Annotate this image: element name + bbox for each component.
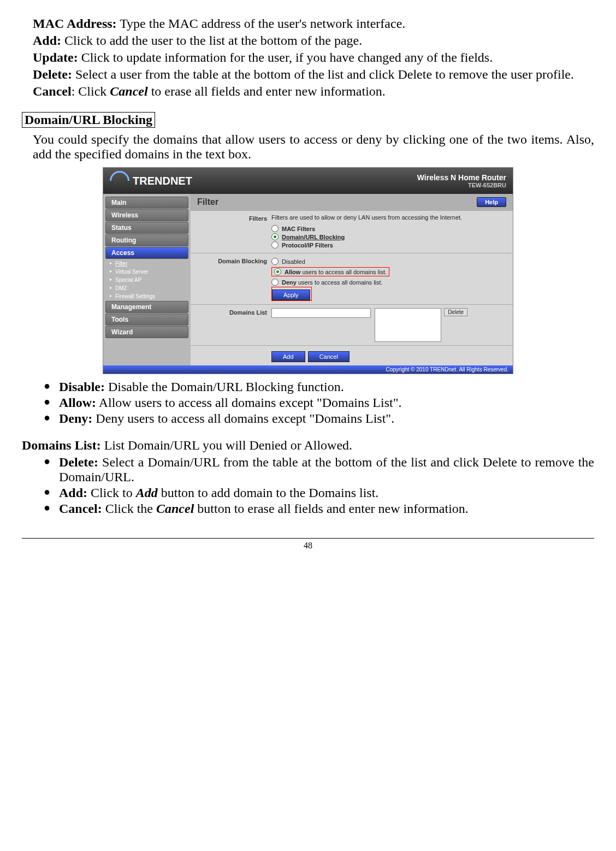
label: Update: (33, 50, 78, 64)
main-panel: Filter Help Filters Filters are used to … (191, 194, 513, 365)
product-title: Wireless N Home Router (417, 173, 506, 182)
sidebar-item-status[interactable]: Status (105, 222, 188, 234)
bullet-delete: Delete: Select a Domain/URL from the tab… (44, 455, 594, 484)
sidebar-item-wireless[interactable]: Wireless (105, 209, 188, 221)
text: Click to update information for the user… (78, 50, 493, 64)
radio-mac-filters[interactable]: MAC Filters (271, 225, 513, 232)
bullet-cancel: Cancel: Click the Cancel button to erase… (44, 501, 594, 516)
sidebar-item-tools[interactable]: Tools (105, 314, 188, 326)
filters-label: Filters (191, 214, 271, 250)
brand-logo: TRENDNET (110, 171, 192, 191)
bullet-disable: Disable: Disable the Domain/URL Blocking… (44, 380, 594, 394)
domain-input[interactable] (271, 308, 371, 318)
action: Cancel (110, 84, 147, 98)
brand-text: TRENDNET (133, 175, 192, 187)
sidebar-sub-virtual[interactable]: Virtual Server (105, 268, 188, 276)
text: Select a user from the table at the bott… (72, 67, 574, 81)
model: TEW-652BRU (417, 182, 506, 188)
domains-list-heading: Domains List: List Domain/URL you will D… (22, 438, 594, 453)
radio-deny[interactable]: Deny users to access all domains list. (271, 279, 513, 286)
def-mac: MAC Address: Type the MAC address of the… (33, 16, 594, 31)
delete-button[interactable]: Delete (444, 308, 467, 316)
ss-header: TRENDNET Wireless N Home Router TEW-652B… (103, 168, 513, 194)
radio-disabled[interactable]: Disabled (271, 258, 513, 265)
sidebar-item-main[interactable]: Main (105, 197, 188, 209)
filters-desc: Filters are used to allow or deny LAN us… (271, 214, 513, 221)
cancel-button[interactable]: Cancel (308, 351, 350, 362)
domains-listbox[interactable] (375, 308, 441, 342)
bullets-1: Disable: Disable the Domain/URL Blocking… (44, 380, 594, 426)
router-screenshot: TRENDNET Wireless N Home Router TEW-652B… (103, 167, 513, 374)
text: Type the MAC address of the user's netwo… (117, 16, 406, 31)
tail: to erase all fields and enter new inform… (148, 84, 386, 98)
sidebar-item-access[interactable]: Access (105, 247, 188, 259)
radio-icon (271, 233, 279, 240)
radio-domain-blocking[interactable]: Domain/URL Blocking (271, 233, 513, 240)
radio-icon (271, 241, 279, 249)
def-add: Add: Click to add the user to the list a… (33, 33, 594, 48)
section-intro: You could specify the domains that allow… (33, 132, 594, 162)
ss-footer: Copyright © 2010 TRENDnet. All Rights Re… (103, 365, 513, 374)
label: MAC Address: (33, 16, 117, 31)
page-number: 48 (22, 538, 594, 551)
domains-list-label: Domains List (191, 308, 271, 342)
sidebar-sub-firewall[interactable]: Firewall Settings (105, 292, 188, 300)
bullets-2: Delete: Select a Domain/URL from the tab… (44, 455, 594, 516)
domains-list-section: Domains List Delete (191, 304, 513, 345)
bullet-deny: Deny: Deny users to access all domains e… (44, 411, 594, 426)
label: Add: (33, 33, 61, 48)
sidebar: Main Wireless Status Routing Access Filt… (103, 194, 191, 365)
radio-protocol-filters[interactable]: Protocol/IP Filters (271, 241, 513, 249)
def-cancel: Cancel: Click Cancel to erase all fields… (33, 84, 594, 99)
sidebar-item-routing[interactable]: Routing (105, 234, 188, 246)
sidebar-item-wizard[interactable]: Wizard (105, 326, 188, 338)
bullet-allow: Allow: Allow users to access all domains… (44, 395, 594, 410)
colon: : Click (72, 84, 110, 98)
def-update: Update: Click to update information for … (33, 50, 594, 65)
bullet-add: Add: Click to Add button to add domain t… (44, 486, 594, 500)
apply-button[interactable]: Apply (272, 289, 310, 300)
help-button[interactable]: Help (477, 197, 506, 207)
sidebar-sub-filter[interactable]: Filter (105, 259, 188, 268)
def-delete: Delete: Select a user from the table at … (33, 67, 594, 82)
radio-icon (271, 279, 279, 286)
label: Cancel (33, 84, 72, 98)
product-title-block: Wireless N Home Router TEW-652BRU (417, 173, 506, 188)
sidebar-item-management[interactable]: Management (105, 301, 188, 313)
radio-icon (271, 258, 279, 265)
filters-section: Filters Filters are used to allow or den… (191, 210, 513, 253)
radio-icon (271, 225, 279, 232)
radio-icon (274, 268, 281, 275)
add-button[interactable]: Add (271, 351, 305, 362)
swirl-icon (106, 167, 134, 195)
sidebar-sub-special[interactable]: Special AP (105, 276, 188, 284)
radio-allow[interactable]: Allow users to access all domains list. (271, 267, 389, 276)
label: Delete: (33, 67, 72, 81)
section-header: Domain/URL Blocking (22, 112, 155, 128)
text: Click to add the user to the list at the… (61, 33, 362, 48)
domain-blocking-section: Domain Blocking Disabled Allow users to … (191, 253, 513, 304)
domain-blocking-label: Domain Blocking (191, 257, 271, 301)
page-title-row: Filter Help (191, 194, 513, 210)
page-title: Filter (197, 197, 218, 207)
sidebar-sub-dmz[interactable]: DMZ (105, 284, 188, 292)
bottom-buttons: Add Cancel (191, 345, 513, 365)
